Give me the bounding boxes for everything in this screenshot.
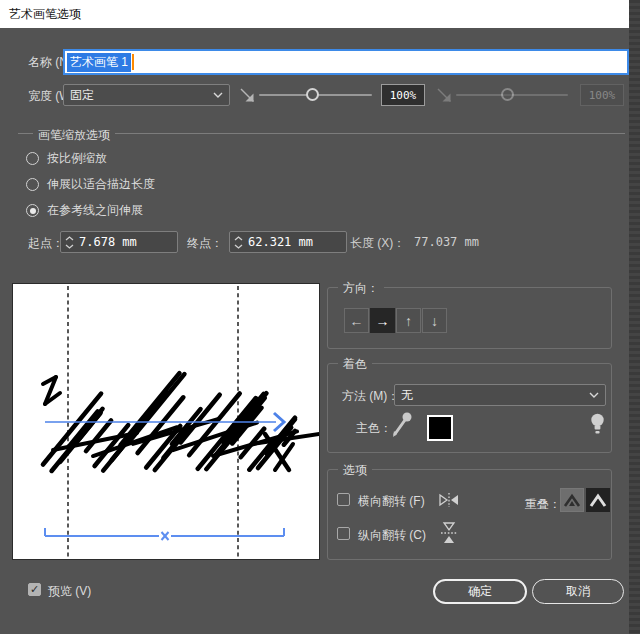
stepper-icon[interactable] <box>234 236 243 249</box>
chevron-down-icon <box>589 392 599 398</box>
width-type-dropdown[interactable]: 固定 <box>63 84 230 106</box>
background-app-strip <box>629 0 640 634</box>
stepper-icon[interactable] <box>65 236 74 249</box>
brush-preview <box>12 283 320 560</box>
radio-icon[interactable] <box>26 204 39 217</box>
length-bracket <box>45 528 284 540</box>
scale-options-legend: 画笔缩放选项 <box>33 127 115 144</box>
eyedropper-icon[interactable] <box>391 410 413 438</box>
radio-scale-proportionally[interactable]: 按比例缩放 <box>26 150 107 167</box>
ok-button[interactable]: 确定 <box>433 579 527 604</box>
lightbulb-icon <box>590 412 605 438</box>
colorization-legend: 着色 <box>338 356 372 373</box>
width-type-value: 固定 <box>70 87 94 104</box>
start-field[interactable]: 7.678 mm <box>60 231 178 253</box>
radio-stretch-between-guides[interactable]: 在参考线之间伸展 <box>26 202 143 219</box>
colorization-group: 着色 方法 (M)： 无 主色： <box>327 363 612 453</box>
options-group: 选项 横向翻转 (F) 重叠： 纵向翻转 (C) <box>327 469 612 560</box>
key-color-label: 主色： <box>356 420 392 437</box>
start-value: 7.678 mm <box>79 235 137 249</box>
colorization-method-dropdown[interactable]: 无 <box>394 384 606 406</box>
start-label: 起点： <box>28 235 64 252</box>
variation-slider-knob <box>501 88 514 101</box>
width-percent-field[interactable]: 100% <box>381 84 425 106</box>
radio-label: 按比例缩放 <box>47 150 107 167</box>
direction-up-button[interactable]: ↑ <box>396 308 421 333</box>
flip-horizontal-icon <box>438 492 460 508</box>
end-label: 终点： <box>187 235 223 252</box>
preview-label: 预览 (V) <box>48 583 91 600</box>
brush-preview-canvas <box>13 284 319 559</box>
brush-name-value: 艺术画笔 1 <box>67 53 131 72</box>
pressure-icon <box>240 87 256 103</box>
no-adjust-folds-icon <box>563 493 581 508</box>
radio-label: 在参考线之间伸展 <box>47 202 143 219</box>
preview-checkbox[interactable]: ✓ <box>28 583 41 596</box>
direction-right-button[interactable]: → <box>370 308 395 333</box>
radio-icon[interactable] <box>26 178 39 191</box>
method-label: 方法 (M)： <box>342 388 399 405</box>
flip-horizontal-label: 横向翻转 (F) <box>358 493 425 510</box>
radio-icon[interactable] <box>26 152 39 165</box>
dialog-title: 艺术画笔选项 <box>9 6 81 23</box>
chevron-down-icon <box>213 92 223 98</box>
end-value: 62.321 mm <box>248 235 313 249</box>
overlap-label: 重叠： <box>525 496 561 513</box>
direction-down-button[interactable]: ↓ <box>422 308 447 333</box>
direction-legend: 方向： <box>338 280 384 297</box>
method-value: 无 <box>401 387 413 404</box>
direction-group: 方向： ← → ↑ ↓ <box>327 287 612 349</box>
options-legend: 选项 <box>338 462 372 479</box>
radio-stretch-to-fit[interactable]: 伸展以适合描边长度 <box>26 176 155 193</box>
length-value: 77.037 mm <box>414 235 479 249</box>
overlap-no-adjust-button[interactable] <box>560 488 584 512</box>
flip-vertical-checkbox[interactable] <box>337 527 350 540</box>
pressure-icon-disabled <box>437 87 453 103</box>
flip-vertical-icon <box>440 521 458 545</box>
width-slider-knob[interactable] <box>306 88 319 101</box>
flip-horizontal-checkbox[interactable] <box>337 493 350 506</box>
radio-label: 伸展以适合描边长度 <box>47 176 155 193</box>
length-label: 长度 (X)： <box>350 235 405 252</box>
cancel-button[interactable]: 取消 <box>532 579 624 604</box>
key-color-swatch[interactable] <box>427 415 453 441</box>
flip-vertical-label: 纵向翻转 (C) <box>358 527 426 544</box>
variation-percent-field: 100% <box>580 84 624 106</box>
brush-name-input[interactable]: 艺术画笔 1 <box>63 49 629 75</box>
art-brush-options-dialog: 名称 (N)： 艺术画笔 1 宽度 (W)： 固定 100% 100% 画笔缩放… <box>0 28 629 634</box>
dialog-titlebar: 艺术画笔选项 <box>0 0 629 28</box>
direction-left-button[interactable]: ← <box>344 308 369 333</box>
end-field[interactable]: 62.321 mm <box>229 231 347 253</box>
text-caret <box>132 54 134 70</box>
overlap-adjust-button[interactable] <box>586 488 610 512</box>
adjust-folds-icon <box>589 493 607 508</box>
